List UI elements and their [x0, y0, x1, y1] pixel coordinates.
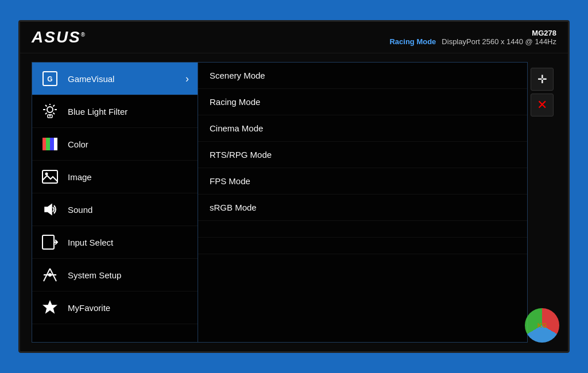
watermark-text: KG — [537, 322, 547, 329]
sidebar-myfavorite-label: MyFavorite — [68, 303, 189, 313]
sidebar-image-label: Image — [68, 172, 189, 182]
sidebar-item-gamevisual[interactable]: G GameVisual › — [32, 63, 198, 95]
header-right: MG278 Racing Mode DisplayPort 2560 x 144… — [389, 29, 556, 46]
sidebar-item-system-setup[interactable]: System Setup — [32, 259, 198, 292]
menu-item-empty-1 — [198, 221, 527, 238]
sidebar-item-color[interactable]: Color — [32, 128, 198, 161]
nav-cross-icon: ✛ — [537, 72, 547, 86]
sidebar-gamevisual-label: GameVisual — [68, 74, 185, 84]
svg-rect-13 — [46, 138, 50, 150]
svg-rect-14 — [50, 138, 54, 150]
myfavorite-icon — [41, 298, 59, 317]
sidebar-blue-light-label: Blue Light Filter — [68, 107, 189, 116]
watermark-circle: KG — [525, 308, 559, 343]
svg-rect-12 — [42, 138, 46, 150]
right-controls: ✛ ✕ — [528, 62, 556, 343]
image-icon — [41, 168, 59, 186]
menu-item-fps-mode[interactable]: FPS Mode — [198, 168, 527, 195]
header-status: Racing Mode DisplayPort 2560 x 1440 @ 14… — [389, 37, 556, 46]
blue-light-icon — [41, 102, 59, 121]
svg-line-8 — [53, 105, 55, 107]
sidebar-color-label: Color — [68, 139, 189, 149]
sidebar: G GameVisual › — [32, 62, 198, 343]
svg-text:G: G — [47, 75, 52, 83]
asus-logo: ASUS® — [32, 28, 86, 46]
svg-rect-15 — [54, 138, 57, 150]
svg-line-7 — [45, 105, 47, 107]
svg-point-17 — [45, 173, 48, 176]
gamevisual-arrow-icon: › — [185, 73, 189, 85]
svg-line-10 — [53, 113, 55, 115]
display-info: DisplayPort 2560 x 1440 @ 144Hz — [442, 37, 556, 46]
input-select-icon — [41, 233, 59, 251]
svg-marker-25 — [44, 301, 56, 313]
sidebar-item-input-select[interactable]: Input Select — [32, 226, 198, 259]
menu-item-cinema-mode[interactable]: Cinema Mode — [198, 115, 527, 142]
color-icon — [41, 135, 59, 153]
svg-point-24 — [48, 273, 52, 277]
right-panel: Scenery Mode Racing Mode Cinema Mode RTS… — [198, 62, 528, 343]
osd-main: G GameVisual › — [20, 53, 568, 351]
svg-marker-18 — [45, 204, 52, 215]
menu-item-empty-2 — [198, 238, 527, 254]
sidebar-system-setup-label: System Setup — [68, 270, 189, 280]
sidebar-sound-label: Sound — [68, 205, 189, 215]
close-button[interactable]: ✕ — [531, 94, 554, 116]
sidebar-item-image[interactable]: Image — [32, 161, 198, 193]
menu-item-rts-rpg-mode[interactable]: RTS/RPG Mode — [198, 142, 527, 168]
gamevisual-icon: G — [41, 69, 59, 88]
system-setup-icon — [41, 266, 59, 284]
svg-line-9 — [45, 113, 47, 115]
monitor-osd: ASUS® MG278 Racing Mode DisplayPort 2560… — [18, 20, 570, 353]
sidebar-item-blue-light-filter[interactable]: Blue Light Filter — [32, 95, 198, 128]
menu-item-racing-mode[interactable]: Racing Mode — [198, 89, 527, 115]
svg-rect-16 — [42, 170, 57, 183]
menu-item-srgb-mode[interactable]: sRGB Mode — [198, 195, 527, 221]
close-x-icon: ✕ — [537, 98, 547, 112]
osd-header: ASUS® MG278 Racing Mode DisplayPort 2560… — [20, 22, 568, 53]
active-mode-label: Racing Mode — [389, 37, 436, 46]
sidebar-item-sound[interactable]: Sound — [32, 193, 198, 226]
svg-point-2 — [47, 107, 53, 112]
model-name: MG278 — [532, 29, 556, 37]
sidebar-item-myfavorite[interactable]: MyFavorite — [32, 292, 198, 324]
nav-button[interactable]: ✛ — [531, 68, 554, 91]
watermark: KG — [525, 308, 559, 343]
sound-icon — [41, 200, 59, 219]
menu-item-scenery-mode[interactable]: Scenery Mode — [198, 63, 527, 89]
sidebar-input-select-label: Input Select — [68, 238, 189, 247]
svg-rect-19 — [42, 235, 54, 249]
